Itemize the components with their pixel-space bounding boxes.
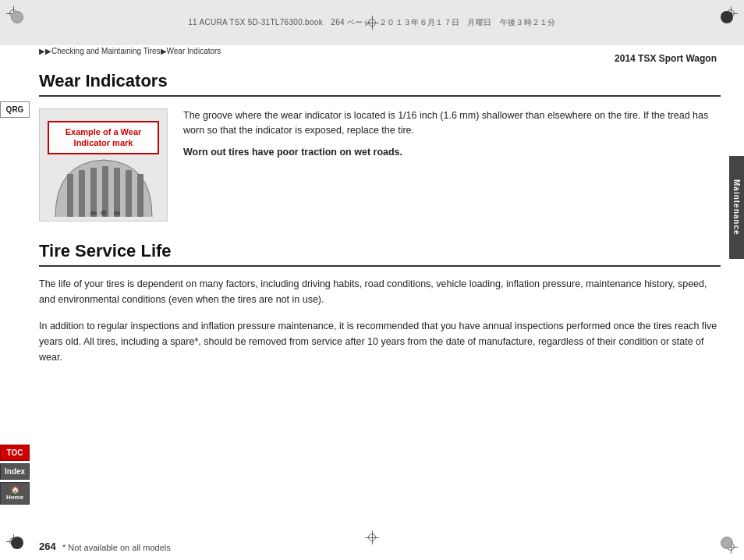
section2-paragraph2: In addition to regular inspections and i… [39,318,721,365]
svg-rect-4 [90,168,97,217]
tire-diagram: Example of a Wear Indicator mark [39,108,168,222]
home-label: Home [5,494,25,501]
section-wear-indicators: Wear Indicators Example of a Wear Indica… [39,71,721,222]
corner-circle-tl [11,11,23,23]
breadcrumb-text: ▶▶Checking and Maintaining Tires▶Wear In… [39,47,221,55]
section-tire-service: Tire Service Life The life of your tires… [39,241,721,365]
footnote: * Not available on all models [62,543,171,552]
corner-circle-br [721,537,733,549]
svg-rect-7 [126,170,132,217]
section1-bold-paragraph: Worn out tires have poor traction on wet… [183,145,721,160]
section2-paragraph1: The life of your tires is dependent on m… [39,276,721,307]
svg-rect-6 [114,168,120,217]
section1-content: Example of a Wear Indicator mark [39,108,721,222]
svg-rect-3 [79,170,85,217]
svg-point-12 [103,212,105,214]
left-tabs: QRG [0,101,30,118]
tab-home[interactable]: 🏠 Home [0,482,30,505]
section1-paragraph: The groove where the wear indicator is l… [183,108,721,139]
content-wrapper: Wear Indicators Example of a Wear Indica… [39,65,721,365]
corner-circle-tr [721,11,733,23]
wear-label-line1: Example of a Wear [55,126,151,137]
tab-index[interactable]: Index [0,463,30,480]
svg-rect-8 [137,174,143,217]
svg-rect-10 [114,211,120,215]
svg-rect-9 [90,211,97,215]
tab-toc[interactable]: TOC [0,445,30,461]
tab-qrg[interactable]: QRG [0,101,30,118]
svg-rect-2 [67,174,73,217]
tire-tread-visual [48,158,159,217]
page-number: 264 [39,541,56,552]
corner-circle-bl [11,537,23,549]
breadcrumb: ▶▶Checking and Maintaining Tires▶Wear In… [39,47,721,58]
top-reg-mark [365,16,379,30]
section2-title: Tire Service Life [39,241,721,267]
left-tabs-bottom: TOC Index 🏠 Home [0,304,30,505]
section1-text: The groove where the wear indicator is l… [183,108,721,222]
page: 11 ACURA TSX 5D-31TL76300.book 264 ページ ２… [0,0,744,560]
svg-rect-5 [102,166,108,217]
tire-svg [48,158,161,217]
home-icon: 🏠 [11,486,19,494]
section1-title: Wear Indicators [39,71,721,97]
main-content: ▶▶Checking and Maintaining Tires▶Wear In… [39,47,721,521]
tab-maintenance[interactable]: Maintenance [729,156,744,259]
bottom-reg-mark [365,530,379,544]
section1-bold-text: Worn out tires have poor traction on wet… [183,147,402,158]
